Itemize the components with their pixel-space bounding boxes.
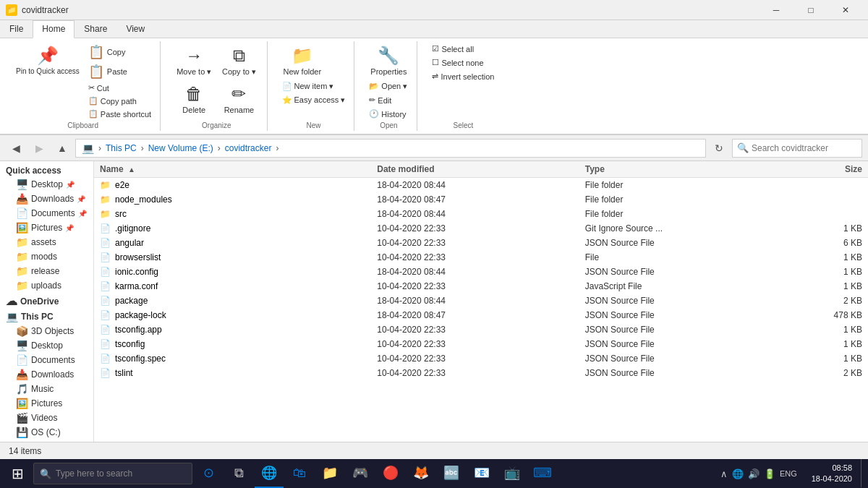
sidebar-item-release[interactable]: 📁 release [10,264,93,278]
copy-path-button[interactable]: 📋 Copy path [85,95,154,107]
breadcrumb-this-pc[interactable]: This PC [106,143,137,153]
up-button[interactable]: ▲ [52,138,72,158]
select-all-button[interactable]: ☑ Select all [429,43,477,55]
sidebar-item-moods[interactable]: 📁 moods [10,249,93,264]
taskbar-task-view[interactable]: ⧉ [224,459,253,488]
move-to-button[interactable]: → Move to ▾ [172,43,216,80]
table-row[interactable]: 📄 angular 10-04-2020 22:33 JSON Source F… [94,236,868,250]
sidebar-item-desktop-qa[interactable]: 🖥️ Desktop 📌 [10,177,93,192]
sidebar-item-videos[interactable]: 🎬 Videos [10,411,93,425]
search-bar[interactable]: 🔍 [732,139,862,158]
taskbar-app6[interactable]: 📺 [498,459,527,488]
tab-view[interactable]: View [116,20,154,38]
copy-to-icon: ⧉ [233,46,245,66]
taskbar-app3[interactable]: 🦊 [407,459,435,488]
taskbar-cortana[interactable]: ⊙ [194,459,223,488]
quick-access-header[interactable]: Quick access [0,164,93,177]
language-indicator[interactable]: ENG [780,469,797,478]
table-row[interactable]: 📄 package 18-04-2020 08:44 JSON Source F… [94,294,868,308]
column-type[interactable]: Type [585,164,793,174]
table-row[interactable]: 📄 karma.conf 10-04-2020 22:33 JavaScript… [94,279,868,294]
invert-selection-button[interactable]: ⇌ Invert selection [429,70,497,82]
paste-button[interactable]: 📋 Paste [85,62,154,81]
cut-button[interactable]: ✂ Cut [85,82,154,94]
tray-network[interactable]: 🌐 [732,468,744,479]
sidebar-item-desktop[interactable]: 🖥️ Desktop [10,338,93,353]
taskbar-search[interactable]: 🔍 Type here to search [33,463,192,484]
task-view-icon: ⧉ [234,466,244,481]
sidebar-item-downloads-qa[interactable]: 📥 Downloads 📌 [10,192,93,206]
taskbar-edge[interactable]: 🌐 [255,459,284,488]
sidebar-item-pictures-qa[interactable]: 🖼️ Pictures 📌 [10,221,93,235]
system-tray: ∧ 🌐 🔊 🔋 ENG [715,468,803,479]
sidebar-item-downloads[interactable]: 📥 Downloads [10,367,93,382]
table-row[interactable]: 📄 tslint 10-04-2020 22:33 JSON Source Fi… [94,366,868,380]
sidebar-item-pictures[interactable]: 🖼️ Pictures [10,396,93,411]
easy-access-button[interactable]: ⭐ Easy access ▾ [279,94,349,106]
organize-label: Organize [202,120,231,129]
tab-file[interactable]: File [0,20,33,38]
edit-button[interactable]: ✏ Edit [366,94,394,106]
sidebar-item-documents[interactable]: 📄 Documents [10,353,93,367]
sidebar-item-assets[interactable]: 📁 assets [10,235,93,249]
select-none-button[interactable]: ☐ Select none [429,56,486,69]
column-date[interactable]: Date modified [377,164,584,174]
table-row[interactable]: 📄 .gitignore 10-04-2020 22:33 Git Ignore… [94,221,868,236]
rename-button[interactable]: ✏ Rename [217,81,260,117]
open-button[interactable]: 📂 Open ▾ [366,80,410,93]
address-bar[interactable]: 💻 › This PC › New Volume (E:) › covidtra… [75,139,706,158]
sidebar-item-music[interactable]: 🎵 Music [10,382,93,396]
sidebar-item-uploads[interactable]: 📁 uploads [10,278,93,293]
taskbar-store[interactable]: 🛍 [285,459,314,488]
minimize-button[interactable]: ─ [760,0,793,20]
taskbar-vscode[interactable]: ⌨ [528,459,557,488]
breadcrumb-volume[interactable]: New Volume (E:) [148,143,213,153]
breadcrumb-folder[interactable]: covidtracker [225,143,272,153]
tab-share[interactable]: Share [75,20,116,38]
table-row[interactable]: 📄 browserslist 10-04-2020 22:33 File 1 K… [94,250,868,265]
tray-chevron[interactable]: ∧ [720,468,728,479]
close-button[interactable]: ✕ [829,0,862,20]
taskbar-app1[interactable]: 🎮 [346,459,375,488]
copy-button[interactable]: 📋 Copy [85,43,154,61]
table-row[interactable]: 📄 tsconfig.app 10-04-2020 22:33 JSON Sou… [94,322,868,337]
paste-shortcut-button[interactable]: 📋 Paste shortcut [85,108,154,120]
taskbar-app2[interactable]: 🔴 [376,459,405,488]
column-size[interactable]: Size [793,164,862,174]
table-row[interactable]: 📁 node_modules 18-04-2020 08:47 File fol… [94,192,868,207]
show-desktop-button[interactable] [861,459,865,488]
tray-volume[interactable]: 🔊 [748,468,760,479]
copy-to-button[interactable]: ⧉ Copy to ▾ [217,43,260,80]
history-button[interactable]: 🕐 History [366,108,409,120]
pin-to-quick-access-button[interactable]: 📌 Pin to Quick access [12,43,84,120]
search-input[interactable] [752,143,857,153]
sidebar-item-documents-qa[interactable]: 📄 Documents 📌 [10,206,93,221]
back-button[interactable]: ◀ [6,138,26,158]
table-row[interactable]: 📄 package-lock 18-04-2020 08:47 JSON Sou… [94,308,868,322]
table-row[interactable]: 📄 tsconfig 10-04-2020 22:33 JSON Source … [94,337,868,351]
sidebar-item-os-c[interactable]: 💾 OS (C:) [10,425,93,440]
taskbar-app5[interactable]: 📧 [467,459,496,488]
table-row[interactable]: 📄 ionic.config 18-04-2020 08:44 JSON Sou… [94,265,868,279]
table-row[interactable]: 📁 src 18-04-2020 08:44 File folder [94,207,868,221]
taskbar-explorer[interactable]: 📁 [315,459,344,488]
tab-home[interactable]: Home [33,20,75,38]
start-button[interactable]: ⊞ [3,459,32,488]
forward-button[interactable]: ▶ [29,138,49,158]
tray-battery[interactable]: 🔋 [764,468,775,479]
new-item-button[interactable]: 📄 New item ▾ [279,80,337,93]
taskbar-app4[interactable]: 🔤 [437,459,466,488]
clock[interactable]: 08:58 18-04-2020 [806,463,858,485]
properties-button[interactable]: 🔧 Properties [366,43,411,79]
onedrive-header[interactable]: ☁ OneDrive [0,293,93,309]
refresh-button[interactable]: ↻ [709,138,729,158]
history-icon: 🕐 [369,109,379,119]
sidebar-item-3d-objects[interactable]: 📦 3D Objects [10,324,93,338]
delete-button[interactable]: 🗑 Delete [172,81,216,117]
table-row[interactable]: 📁 e2e 18-04-2020 08:44 File folder [94,178,868,192]
table-row[interactable]: 📄 tsconfig.spec 10-04-2020 22:33 JSON So… [94,351,868,366]
maximize-button[interactable]: □ [794,0,827,20]
column-name[interactable]: Name ▲ [100,164,377,174]
this-pc-header[interactable]: 💻 This PC [0,309,93,324]
new-folder-button[interactable]: 📁 New folder [279,43,326,79]
